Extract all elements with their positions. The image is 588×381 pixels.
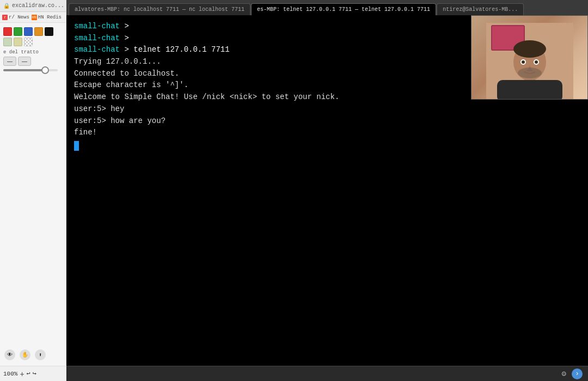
bottom-bar: ⚙ › bbox=[0, 366, 588, 381]
video-background bbox=[471, 16, 587, 99]
stroke-controls: — — bbox=[3, 57, 63, 66]
bookmarks-bar: r r/ News HN HN Redis bbox=[0, 12, 66, 23]
color-red[interactable] bbox=[3, 27, 12, 36]
share-icon[interactable]: ⬆ bbox=[35, 349, 46, 360]
lock-icon: 🔒 bbox=[3, 3, 10, 9]
terminal-cursor-line bbox=[74, 139, 580, 151]
opacity-slider-container bbox=[3, 69, 63, 71]
zoom-plus-button[interactable]: + bbox=[20, 370, 24, 378]
color-orange[interactable] bbox=[34, 27, 43, 36]
color-light-green[interactable] bbox=[3, 38, 12, 46]
color-row-2 bbox=[3, 38, 63, 46]
tab-nc-localhost[interactable]: alvatores-MBP: nc localhost 7711 — nc lo… bbox=[69, 3, 250, 15]
browser-top-bar: 🔒 excalidraw.co... bbox=[0, 0, 66, 12]
url-text: excalidraw.co... bbox=[12, 3, 64, 9]
terminal-line-10: fine! bbox=[74, 127, 580, 139]
tab-telnet-label: es-MBP: telnet 127.0.0.1 7711 — telnet 1… bbox=[257, 7, 430, 13]
color-black[interactable] bbox=[45, 27, 53, 36]
zoom-bar: 100% + ↩ ↪ bbox=[0, 366, 66, 381]
sidebar-bottom-icons: 👁 ✋ ⬆ bbox=[0, 345, 66, 365]
svg-point-10 bbox=[535, 60, 538, 64]
opacity-thumb bbox=[41, 66, 49, 74]
svg-point-6 bbox=[513, 40, 546, 58]
stroke-label: e del tratto bbox=[3, 50, 63, 55]
bookmark-news-label: r/ News bbox=[9, 15, 29, 20]
bookmark-hn[interactable]: HN HN Redis bbox=[32, 15, 62, 20]
zoom-label: 100% bbox=[3, 371, 17, 377]
excalidraw-sidebar: 🔒 excalidraw.co... r r/ News HN HN Redis… bbox=[0, 0, 66, 381]
bookmark-hn-icon: HN bbox=[32, 15, 37, 20]
undo-icon[interactable]: ↩ bbox=[27, 370, 30, 378]
action-button[interactable]: › bbox=[572, 368, 583, 379]
color-light-yellow[interactable] bbox=[14, 38, 22, 46]
bookmark-news[interactable]: r r/ News bbox=[2, 15, 29, 20]
tab-nc-localhost-label: alvatores-MBP: nc localhost 7711 — nc lo… bbox=[75, 7, 244, 13]
settings-icon[interactable]: ⚙ bbox=[562, 369, 566, 378]
color-transparent[interactable] bbox=[24, 38, 33, 46]
bookmark-hn-label: HN Redis bbox=[38, 15, 62, 20]
terminal-line-9: user:5> how are you? bbox=[74, 115, 580, 127]
hand-icon[interactable]: ✋ bbox=[20, 349, 30, 360]
tab-bar: alvatores-MBP: nc localhost 7711 — nc lo… bbox=[66, 0, 588, 15]
tab-telnet-active[interactable]: es-MBP: telnet 127.0.0.1 7711 — telnet 1… bbox=[251, 3, 436, 15]
tab-ntirez[interactable]: ntirez@Salvatores-MB... bbox=[437, 3, 524, 15]
terminal-line-8: user:5> hey bbox=[74, 103, 580, 115]
terminal-cursor bbox=[74, 141, 79, 151]
svg-point-11 bbox=[518, 67, 542, 78]
color-row-1 bbox=[3, 27, 63, 36]
color-blue[interactable] bbox=[24, 27, 33, 36]
tab-ntirez-label: ntirez@Salvatores-MB... bbox=[443, 7, 518, 13]
bookmark-news-icon: r bbox=[2, 15, 8, 20]
opacity-slider[interactable] bbox=[3, 69, 58, 71]
person-silhouette bbox=[486, 23, 573, 99]
color-green[interactable] bbox=[14, 27, 22, 36]
stroke-thin-button[interactable]: — bbox=[3, 57, 16, 66]
redo-icon[interactable]: ↪ bbox=[33, 370, 36, 378]
terminal-wrapper: alvatores-MBP: nc localhost 7711 — nc lo… bbox=[66, 0, 588, 381]
video-overlay bbox=[471, 15, 588, 100]
eye-icon[interactable]: 👁 bbox=[4, 349, 15, 360]
svg-point-8 bbox=[522, 60, 525, 64]
color-palette: e del tratto — — bbox=[0, 23, 66, 77]
svg-rect-12 bbox=[497, 80, 562, 99]
stroke-thick-button[interactable]: — bbox=[18, 57, 31, 66]
